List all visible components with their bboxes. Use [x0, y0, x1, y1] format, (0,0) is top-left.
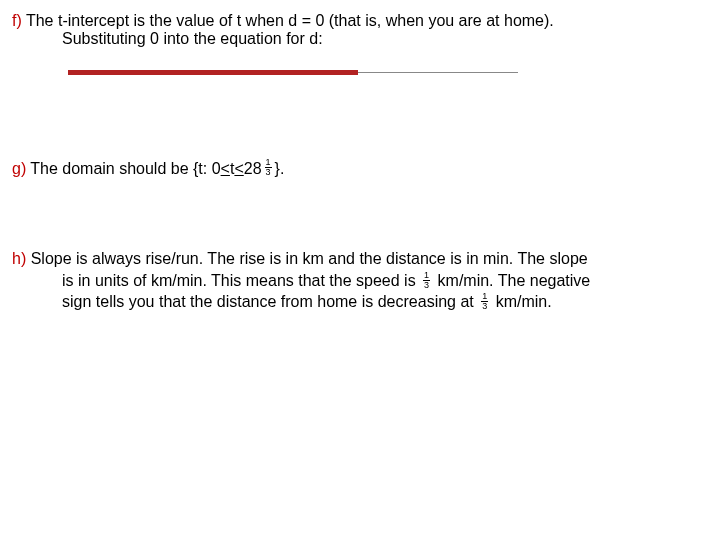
h-part3b: km/min. [491, 293, 551, 310]
f-line1: The t-intercept is the value of t when d… [26, 12, 554, 29]
item-f: f) The t-intercept is the value of t whe… [12, 12, 708, 48]
h-part3a: sign tells you that the distance from ho… [62, 293, 478, 310]
h-frac1-den: 3 [423, 280, 430, 290]
divider [68, 70, 708, 75]
h-frac1: 1 3 [423, 271, 430, 290]
g-space: 28 [244, 160, 262, 178]
g-frac-den: 3 [265, 167, 272, 177]
g-frac-num: 1 [266, 158, 271, 167]
label-f: f) [12, 12, 22, 29]
label-h: h) [12, 250, 26, 267]
h-frac2: 1 3 [481, 292, 488, 311]
h-frac2-num: 1 [482, 292, 487, 301]
h-part2a: is in units of km/min. This means that t… [62, 272, 420, 289]
g-fraction: 1 3 [265, 158, 272, 177]
label-g: g) [12, 160, 26, 178]
h-line2: is in units of km/min. This means that t… [62, 272, 590, 289]
g-lt2: < [234, 160, 243, 178]
item-g: g) The domain should be {t: 0 < t < 28 1… [12, 159, 708, 178]
h-part1: Slope is always rise/run. The rise is in… [31, 250, 588, 267]
h-line3: sign tells you that the distance from ho… [62, 293, 552, 310]
f-line2: Substituting 0 into the equation for d: [62, 30, 323, 47]
h-frac2-den: 3 [481, 301, 488, 311]
gray-line [358, 72, 518, 73]
g-lt1: < [221, 160, 230, 178]
h-part2b: km/min. The negative [433, 272, 590, 289]
item-h: h) Slope is always rise/run. The rise is… [12, 248, 708, 313]
red-bar [68, 70, 358, 75]
h-frac1-num: 1 [424, 271, 429, 280]
g-suffix: }. [275, 160, 285, 178]
g-prefix: The domain should be {t: 0 [30, 160, 220, 178]
slide-content: f) The t-intercept is the value of t whe… [0, 0, 720, 313]
